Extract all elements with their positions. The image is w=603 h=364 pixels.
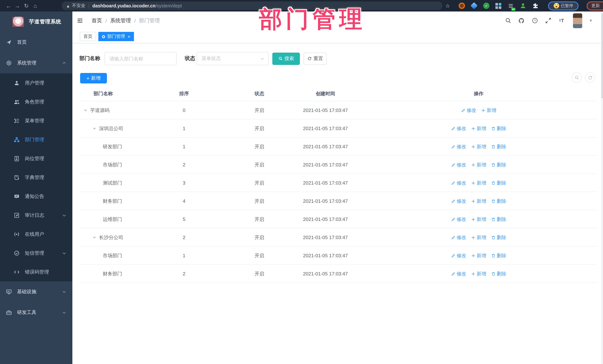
action-修改-link[interactable]: 修改 xyxy=(451,180,466,186)
action-新增-link[interactable]: 新增 xyxy=(471,216,486,223)
delete-icon xyxy=(491,199,496,203)
action-修改-link[interactable]: 修改 xyxy=(461,107,476,114)
bookmark-star-icon[interactable]: ☆ xyxy=(445,0,450,11)
sidebar-item-错误码管理[interactable]: 错误码管理 xyxy=(0,263,72,281)
address-bar[interactable]: ▲ 不安全 dashboard.yudao.iocoder.cn/system/… xyxy=(62,1,442,10)
status-select[interactable]: 菜单状态 xyxy=(197,52,269,65)
action-修改-link[interactable]: 修改 xyxy=(451,125,466,132)
action-删除-link[interactable]: 删除 xyxy=(491,216,506,223)
action-删除-link[interactable]: 删除 xyxy=(491,198,506,204)
action-新增-link[interactable]: 新增 xyxy=(471,161,486,168)
close-icon[interactable]: × xyxy=(128,34,130,39)
extension-gem-icon[interactable] xyxy=(471,2,477,9)
action-删除-link[interactable]: 删除 xyxy=(491,125,506,132)
action-新增-link[interactable]: 新增 xyxy=(471,143,486,150)
action-删除-link[interactable]: 删除 xyxy=(491,161,506,168)
sidebar-item-字典管理[interactable]: 字典管理 xyxy=(0,168,72,187)
extension-orange-icon[interactable] xyxy=(459,3,465,9)
action-修改-link[interactable]: 修改 xyxy=(451,270,466,277)
action-label: 新增 xyxy=(477,198,486,204)
action-删除-link[interactable]: 删除 xyxy=(491,180,506,186)
sidebar-item-基础设施[interactable]: 基础设施 xyxy=(0,281,72,302)
forward-icon[interactable]: → xyxy=(13,0,22,11)
extension-grid-icon[interactable] xyxy=(495,3,502,9)
profile-paused-pill[interactable]: 已暂停 xyxy=(548,1,579,10)
reload-icon[interactable]: ↻ xyxy=(22,0,31,11)
extensions-row: ✓ on 已暂停 更新 ⋮ xyxy=(459,0,603,11)
sidebar-item-系统管理[interactable]: 系统管理 xyxy=(0,53,72,73)
breadcrumb-item[interactable]: 部门管理 xyxy=(139,17,160,24)
action-新增-link[interactable]: 新增 xyxy=(481,107,496,114)
sidebar-logo-row[interactable]: 芋道管理系统 xyxy=(0,11,72,32)
action-修改-link[interactable]: 修改 xyxy=(451,216,466,223)
dept-name: 运维部门 xyxy=(103,216,122,223)
action-修改-link[interactable]: 修改 xyxy=(451,161,466,168)
tree-expand-icon[interactable] xyxy=(83,108,88,112)
page-scrollbar[interactable] xyxy=(601,11,603,364)
tab-部门管理[interactable]: 部门管理× xyxy=(98,32,134,41)
dept-name-label: 部门名称 xyxy=(79,55,100,62)
add-button[interactable]: + 新增 xyxy=(80,73,107,83)
search-button[interactable]: 搜索 xyxy=(272,53,300,65)
action-新增-link[interactable]: 新增 xyxy=(471,180,486,186)
user-menu-caret-icon[interactable]: ▼ xyxy=(589,19,593,22)
tab-首页[interactable]: 首页 xyxy=(80,32,96,41)
sidebar-item-岗位管理[interactable]: 岗位管理 xyxy=(0,149,72,168)
sort-cell: 2 xyxy=(183,265,185,283)
back-icon[interactable]: ← xyxy=(4,0,13,11)
status-cell: 开启 xyxy=(255,265,264,283)
created-time-cell: 2021-01-05 17:03:47 xyxy=(303,156,348,174)
dept-name: 深圳总公司 xyxy=(99,125,123,132)
action-label: 新增 xyxy=(477,216,486,223)
action-新增-link[interactable]: 新增 xyxy=(471,198,486,204)
action-修改-link[interactable]: 修改 xyxy=(451,143,466,150)
breadcrumb-item[interactable]: 首页 xyxy=(92,17,102,24)
sidebar-item-在线用户[interactable]: 在线用户 xyxy=(0,225,72,243)
extension-user-icon[interactable] xyxy=(520,3,526,9)
extension-list-icon[interactable]: on xyxy=(508,3,514,9)
sidebar-item-用户管理[interactable]: 用户管理 xyxy=(0,73,72,92)
action-删除-link[interactable]: 删除 xyxy=(491,252,506,259)
action-新增-link[interactable]: 新增 xyxy=(471,252,486,259)
header-search-icon[interactable] xyxy=(505,17,511,24)
refresh-button[interactable] xyxy=(585,72,595,83)
hamburger-icon[interactable] xyxy=(77,17,83,24)
extension-check-icon[interactable]: ✓ xyxy=(483,3,489,9)
extension-puzzle-icon[interactable] xyxy=(532,3,538,9)
fullscreen-icon[interactable] xyxy=(545,17,551,24)
breadcrumb-item[interactable]: 系统管理 xyxy=(110,17,131,24)
action-修改-link[interactable]: 修改 xyxy=(451,234,466,241)
action-删除-link[interactable]: 删除 xyxy=(491,234,506,241)
tree-expand-icon[interactable] xyxy=(93,235,96,240)
action-删除-link[interactable]: 删除 xyxy=(491,270,506,277)
action-删除-link[interactable]: 删除 xyxy=(491,143,506,150)
sidebar-item-首页[interactable]: 首页 xyxy=(0,32,72,53)
action-新增-link[interactable]: 新增 xyxy=(471,270,486,277)
sidebar-item-短信管理[interactable]: 短信管理 xyxy=(0,243,72,263)
sidebar-item-部门管理[interactable]: 部门管理 xyxy=(0,130,72,149)
chevron-down-icon xyxy=(62,310,66,315)
action-新增-link[interactable]: 新增 xyxy=(471,234,486,241)
action-修改-link[interactable]: 修改 xyxy=(451,198,466,204)
tree-expand-icon[interactable] xyxy=(93,126,96,131)
reset-button[interactable]: 重置 xyxy=(303,53,326,65)
action-新增-link[interactable]: 新增 xyxy=(471,125,486,132)
dept-name-cell: 研发部门 xyxy=(103,138,122,156)
sidebar-item-审计日志[interactable]: 审计日志 xyxy=(0,206,72,225)
github-icon[interactable] xyxy=(518,17,525,24)
help-icon[interactable]: ? xyxy=(531,17,538,24)
browser-update-button[interactable]: 更新 ⋮ xyxy=(587,1,603,10)
toolbox-icon xyxy=(6,309,12,315)
dept-name-input[interactable] xyxy=(105,52,177,65)
user-avatar[interactable] xyxy=(573,13,582,28)
toggle-search-button[interactable] xyxy=(571,72,582,83)
sidebar-item-通知公告[interactable]: 通知公告 xyxy=(0,187,72,206)
font-size-icon[interactable]: TT xyxy=(558,17,565,24)
sidebar-item-研发工具[interactable]: 研发工具 xyxy=(0,302,72,323)
dept-name-cell: 市场部门 xyxy=(103,156,122,174)
home-icon[interactable]: ⌂ xyxy=(31,0,40,11)
sidebar-item-菜单管理[interactable]: 菜单管理 xyxy=(0,111,72,130)
action-修改-link[interactable]: 修改 xyxy=(451,252,466,259)
sidebar-item-角色管理[interactable]: 角色管理 xyxy=(0,92,72,111)
row-actions: 修改新增删除 xyxy=(451,210,506,228)
